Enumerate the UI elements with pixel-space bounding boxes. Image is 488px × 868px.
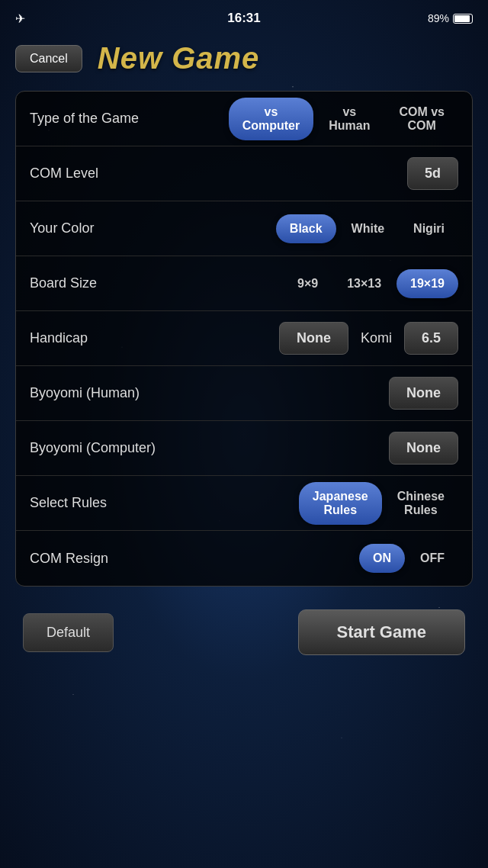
settings-panel: Type of the Game vsComputer vsHuman COM …	[15, 91, 473, 587]
game-type-row: Type of the Game vsComputer vsHuman COM …	[16, 92, 472, 146]
battery-percentage: 89%	[428, 12, 449, 24]
airplane-icon: ✈	[15, 11, 25, 26]
your-color-label: Your Color	[30, 220, 167, 236]
com-level-button[interactable]: 5d	[407, 157, 458, 190]
color-nigiri[interactable]: Nigiri	[400, 214, 458, 243]
handicap-komi-controls: None Komi 6.5	[279, 322, 458, 355]
game-type-com-vs-com[interactable]: COM vsCOM	[385, 98, 458, 140]
board-19x19[interactable]: 19×19	[396, 269, 458, 298]
select-rules-controls: JapaneseRules ChineseRules	[299, 482, 458, 525]
select-rules-label: Select Rules	[30, 495, 167, 511]
byoyomi-computer-button[interactable]: None	[389, 432, 458, 465]
rules-chinese[interactable]: ChineseRules	[384, 482, 458, 525]
com-resign-label: COM Resign	[30, 551, 167, 567]
board-size-label: Board Size	[30, 275, 167, 291]
byoyomi-human-label: Byoyomi (Human)	[30, 385, 167, 401]
color-white[interactable]: White	[338, 214, 399, 243]
board-13x13[interactable]: 13×13	[333, 269, 395, 298]
status-time: 16:31	[227, 11, 260, 26]
handicap-button[interactable]: None	[279, 322, 348, 355]
resign-on[interactable]: ON	[359, 544, 405, 573]
com-resign-controls: ON OFF	[359, 544, 458, 573]
byoyomi-computer-label: Byoyomi (Computer)	[30, 440, 167, 456]
battery-icon	[453, 14, 473, 24]
handicap-komi-row: Handicap None Komi 6.5	[16, 311, 472, 366]
com-level-label: COM Level	[30, 166, 167, 182]
handicap-label: Handicap	[30, 330, 167, 346]
byoyomi-human-button[interactable]: None	[389, 377, 458, 410]
battery-fill	[454, 15, 470, 22]
rules-japanese[interactable]: JapaneseRules	[299, 482, 382, 525]
game-type-label: Type of the Game	[30, 111, 167, 127]
status-bar: ✈ 16:31 89%	[0, 0, 488, 34]
header: Cancel New Game	[0, 34, 488, 91]
battery-body	[453, 14, 473, 24]
select-rules-row: Select Rules JapaneseRules ChineseRules	[16, 476, 472, 531]
com-resign-row: COM Resign ON OFF	[16, 531, 472, 586]
bottom-buttons: Default Start Game	[0, 587, 488, 686]
komi-label: Komi	[361, 330, 392, 346]
your-color-row: Your Color Black White Nigiri	[16, 201, 472, 256]
com-level-row: COM Level 5d	[16, 146, 472, 201]
status-left: ✈	[15, 11, 25, 26]
start-game-button[interactable]: Start Game	[298, 609, 465, 655]
your-color-controls: Black White Nigiri	[276, 214, 458, 243]
byoyomi-human-row: Byoyomi (Human) None	[16, 366, 472, 421]
game-type-controls: vsComputer vsHuman COM vsCOM	[229, 98, 458, 140]
byoyomi-human-controls: None	[389, 377, 458, 410]
komi-button[interactable]: 6.5	[404, 322, 458, 355]
status-right: 89%	[428, 12, 473, 24]
resign-off[interactable]: OFF	[406, 544, 458, 573]
com-level-controls: 5d	[407, 157, 458, 190]
color-black[interactable]: Black	[276, 214, 336, 243]
game-type-vs-human[interactable]: vsHuman	[315, 98, 384, 140]
board-size-controls: 9×9 13×13 19×19	[284, 269, 458, 298]
byoyomi-computer-row: Byoyomi (Computer) None	[16, 421, 472, 476]
byoyomi-computer-controls: None	[389, 432, 458, 465]
cancel-button[interactable]: Cancel	[15, 45, 82, 72]
board-9x9[interactable]: 9×9	[284, 269, 332, 298]
board-size-row: Board Size 9×9 13×13 19×19	[16, 256, 472, 311]
default-button[interactable]: Default	[23, 613, 114, 652]
game-type-vs-computer[interactable]: vsComputer	[229, 98, 314, 140]
page-title: New Game	[98, 41, 260, 76]
